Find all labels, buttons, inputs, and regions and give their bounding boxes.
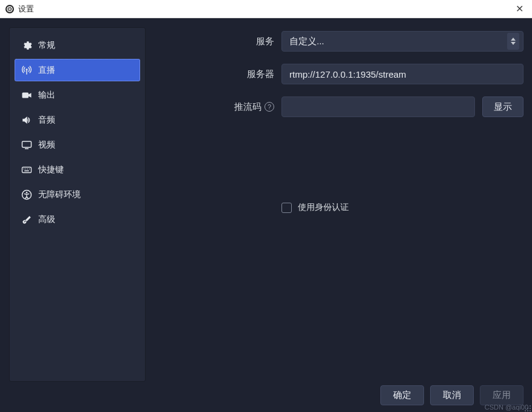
server-label: 服务器: [154, 69, 281, 80]
ok-button[interactable]: 确定: [380, 385, 424, 405]
apply-button: 应用: [480, 385, 524, 405]
sidebar-item-label: 常规: [38, 40, 55, 51]
svg-point-10: [27, 168, 29, 169]
content-panel: 服务 自定义... 服务器: [154, 27, 524, 382]
sidebar-item-label: 快捷键: [38, 164, 64, 175]
svg-rect-5: [22, 141, 32, 147]
spinner-icon[interactable]: [507, 33, 519, 50]
camera-icon: [21, 90, 32, 101]
broadcast-icon: [21, 65, 32, 76]
sidebar-item-hotkeys[interactable]: 快捷键: [15, 158, 140, 181]
svg-point-19: [527, 410, 528, 411]
keyboard-icon: [21, 164, 32, 175]
sidebar-item-label: 视频: [38, 140, 55, 150]
svg-point-17: [527, 408, 528, 409]
accessibility-icon: [21, 189, 32, 200]
sidebar-item-label: 音频: [38, 115, 55, 126]
help-icon[interactable]: ?: [264, 102, 274, 112]
svg-point-2: [26, 69, 28, 70]
resize-grip-icon[interactable]: [524, 404, 531, 411]
watermark: CSDN @aqi00: [485, 404, 528, 411]
app-logo-icon: [5, 4, 15, 14]
service-select[interactable]: 自定义...: [281, 31, 524, 52]
svg-point-11: [29, 168, 30, 169]
auth-checkbox-label: 使用身份认证: [298, 202, 349, 213]
streamkey-label: 推流码 ?: [154, 101, 281, 113]
cancel-button[interactable]: 取消: [430, 385, 474, 405]
svg-rect-3: [26, 70, 27, 75]
tools-icon: [21, 214, 32, 225]
svg-point-18: [530, 410, 531, 411]
sidebar-item-label: 无障碍环境: [38, 189, 81, 200]
close-icon[interactable]: ✕: [512, 3, 527, 15]
window-title: 设置: [18, 4, 512, 15]
service-label: 服务: [154, 36, 281, 47]
sidebar-item-label: 高级: [38, 214, 55, 225]
svg-rect-6: [25, 148, 29, 149]
svg-point-16: [530, 408, 531, 409]
svg-rect-7: [22, 167, 32, 172]
sidebar-item-general[interactable]: 常规: [15, 34, 140, 56]
monitor-icon: [21, 140, 32, 150]
streamkey-input[interactable]: [281, 96, 475, 117]
sidebar-item-accessibility[interactable]: 无障碍环境: [15, 183, 140, 206]
gear-icon: [21, 40, 32, 51]
sidebar-item-advanced[interactable]: 高级: [15, 208, 140, 231]
titlebar: 设置 ✕: [0, 0, 532, 18]
sidebar-item-video[interactable]: 视频: [15, 133, 140, 156]
svg-point-9: [25, 168, 27, 169]
sidebar-item-label: 直播: [38, 65, 55, 76]
svg-point-15: [530, 405, 531, 407]
server-input[interactable]: [281, 64, 524, 84]
show-button[interactable]: 显示: [482, 96, 524, 117]
sidebar-item-output[interactable]: 输出: [15, 84, 140, 106]
sidebar: 常规 直播 输出 音频 视频 快捷键: [9, 27, 146, 382]
sidebar-item-audio[interactable]: 音频: [15, 109, 140, 131]
audio-icon: [21, 115, 32, 126]
footer: 确定 取消 应用: [0, 382, 532, 412]
auth-checkbox[interactable]: [281, 203, 292, 213]
svg-rect-4: [22, 92, 29, 98]
service-select-value: 自定义...: [289, 36, 325, 47]
svg-point-14: [26, 191, 28, 193]
svg-point-20: [525, 410, 526, 411]
sidebar-item-stream[interactable]: 直播: [15, 59, 140, 81]
sidebar-item-label: 输出: [38, 90, 55, 101]
svg-rect-12: [24, 170, 29, 171]
svg-point-8: [24, 168, 25, 169]
